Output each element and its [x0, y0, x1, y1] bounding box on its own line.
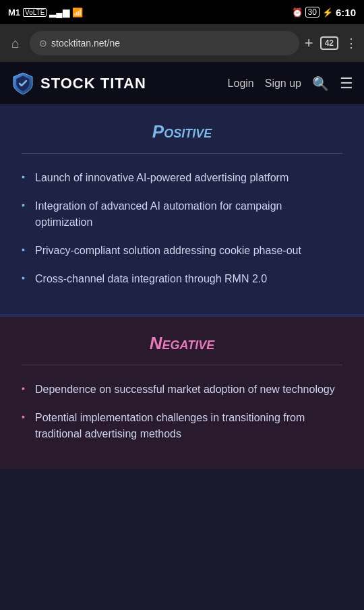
negative-divider	[22, 365, 342, 365]
nav-links: Login Sign up 🔍 ☰	[228, 75, 353, 92]
browser-actions: + 42 ⋮	[305, 34, 357, 52]
list-item: Launch of innovative AI-powered advertis…	[22, 170, 342, 186]
login-link[interactable]: Login	[228, 78, 254, 90]
status-left: M1 VoLTE ▂▄▆ 📶	[8, 7, 83, 18]
wifi-icon: 📶	[72, 7, 83, 18]
alarm-icon: ⏰	[292, 7, 303, 18]
carrier-label: M1	[8, 7, 20, 18]
main-content: Positive Launch of innovative AI-powered…	[0, 105, 364, 469]
list-item: Cross-channel data integration through R…	[22, 271, 342, 287]
charging-icon: ⚡	[322, 7, 333, 18]
logo-area: STOCK TITAN	[11, 71, 146, 96]
browser-chrome: ⌂ ⊙ stocktitan.net/ne + 42 ⋮	[0, 24, 364, 62]
site-security-icon: ⊙	[39, 38, 47, 49]
positive-section: Positive Launch of innovative AI-powered…	[0, 105, 364, 317]
tab-count-button[interactable]: 42	[320, 36, 338, 50]
home-button[interactable]: ⌂	[7, 34, 24, 52]
positive-divider	[22, 153, 342, 154]
negative-section: Negative Dependence on successful market…	[0, 317, 364, 469]
browser-menu-button[interactable]: ⋮	[345, 36, 357, 51]
positive-list: Launch of innovative AI-powered advertis…	[22, 170, 342, 287]
time-display: 6:10	[336, 7, 356, 18]
status-right: ⏰ 30 ⚡ 6:10	[292, 7, 356, 18]
signal-icon: ▂▄▆	[49, 7, 69, 18]
logo-icon	[11, 71, 35, 96]
address-bar[interactable]: ⊙ stocktitan.net/ne	[30, 31, 299, 55]
list-item: Potential implementation challenges in t…	[22, 410, 342, 442]
negative-title: Negative	[22, 333, 342, 354]
address-text: stocktitan.net/ne	[51, 38, 120, 49]
site-header: STOCK TITAN Login Sign up 🔍 ☰	[0, 62, 364, 105]
search-icon[interactable]: 🔍	[312, 75, 329, 92]
list-item: Dependence on successful market adoption…	[22, 382, 342, 398]
status-bar: M1 VoLTE ▂▄▆ 📶 ⏰ 30 ⚡ 6:10	[0, 0, 364, 24]
positive-title: Positive	[22, 121, 342, 142]
new-tab-button[interactable]: +	[305, 34, 313, 52]
volte-badge: VoLTE	[23, 8, 47, 17]
hamburger-menu-icon[interactable]: ☰	[340, 75, 353, 92]
logo-text: STOCK TITAN	[40, 75, 146, 92]
battery-percent: 30	[305, 7, 320, 18]
list-item: Integration of advanced AI automation fo…	[22, 198, 342, 231]
list-item: Privacy-compliant solution addressing co…	[22, 243, 342, 259]
home-icon: ⌂	[11, 36, 20, 51]
signup-link[interactable]: Sign up	[265, 78, 301, 90]
negative-list: Dependence on successful market adoption…	[22, 382, 342, 442]
